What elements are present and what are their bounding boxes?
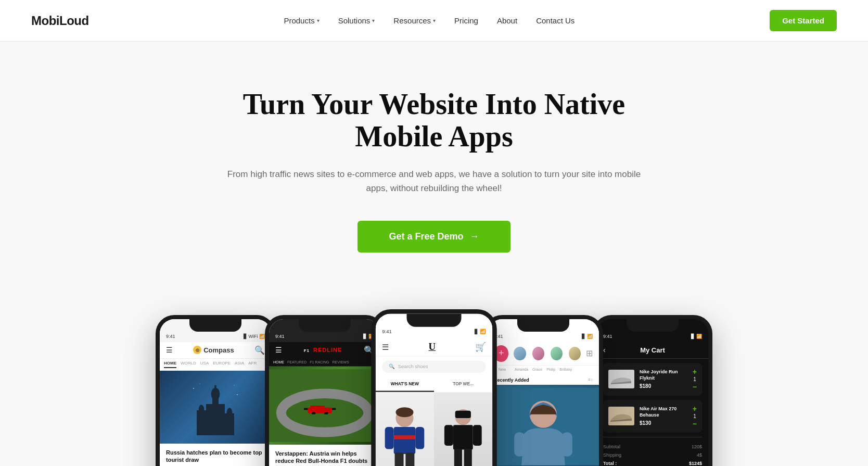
brand-logo[interactable]: MobiLoud <box>31 14 89 28</box>
hero-section: Turn Your Website Into Native Mobile App… <box>0 42 868 284</box>
cart-item-price-1: $180 <box>640 383 687 389</box>
shipping-row: Shipping 4$ <box>603 451 702 459</box>
article-image <box>160 371 271 444</box>
svg-rect-16 <box>304 408 308 410</box>
hero-subtitle: From high traffic news sites to e-commer… <box>226 167 642 195</box>
svg-rect-32 <box>453 425 473 449</box>
menu-icon: ☰ <box>166 346 173 354</box>
search-icon: 🔍 <box>389 364 395 370</box>
phone-notch <box>299 319 351 332</box>
nav-asia: ASIA <box>235 361 244 368</box>
app-subnav: HOME FEATURED F1 RACING REVIEWS <box>269 358 380 367</box>
cart-item-1: Nike Joyride Run Flyknit $180 + 1 − <box>603 363 702 396</box>
nav-item-contact[interactable]: Contact Us <box>529 12 582 29</box>
shoe-1-icon <box>608 370 634 388</box>
nav-item-about[interactable]: About <box>490 12 525 29</box>
svg-rect-17 <box>332 408 336 410</box>
svg-point-9 <box>234 385 234 385</box>
product-image-left <box>376 392 434 466</box>
cart-item-qty-2: + 1 − <box>693 405 697 427</box>
svg-rect-0 <box>206 404 225 435</box>
product-item-right <box>434 392 492 466</box>
phone-screen-5: 9:41 ▊ 📶 ‹ My Cart Nike Joyr <box>597 319 708 466</box>
get-started-button[interactable]: Get Started <box>770 10 837 31</box>
category-tabs: WHAT'S NEW TOP WE... <box>376 377 493 392</box>
cart-item-image-1 <box>608 370 634 388</box>
cart-item-image-2 <box>608 407 634 425</box>
qty-value-2: 1 <box>693 413 696 419</box>
nav-item-pricing[interactable]: Pricing <box>447 12 486 29</box>
cat-top: TOP WE... <box>434 377 492 392</box>
cart-title: My Cart <box>640 346 665 354</box>
phone-notch <box>189 319 241 332</box>
subnav-reviews: REVIEWS <box>333 360 349 364</box>
nav-item-products[interactable]: Products ▾ <box>276 12 326 29</box>
subnav-f1: F1 RACING <box>310 360 329 364</box>
nav-europe: EUROPE <box>213 361 231 368</box>
app-logo: U <box>429 341 436 352</box>
svg-rect-23 <box>394 435 416 439</box>
f1-track-icon <box>269 367 380 445</box>
qty-value-1: 1 <box>693 376 696 382</box>
divider <box>603 437 702 437</box>
menu-icon: ☰ <box>382 342 389 351</box>
cart-item-2: Nike Air Max 270 Behause $130 + 1 − <box>603 400 702 433</box>
svg-point-5 <box>199 405 205 414</box>
svg-point-21 <box>396 407 414 417</box>
arrow-icon: → <box>470 231 479 242</box>
subnav-featured: FEATURED <box>287 360 307 364</box>
cart-item-name-2: Nike Air Max 270 Behause <box>640 406 687 418</box>
phones-showcase: 9:41 ▊ WiFi 📶 ☰ ◎ Compass 🔍 HOME WORLD U… <box>0 284 868 466</box>
cart-item-price-2: $130 <box>640 420 687 426</box>
phone-mockup-1: 9:41 ▊ WiFi 📶 ☰ ◎ Compass 🔍 HOME WORLD U… <box>156 315 275 466</box>
phone-screen-3: 9:41 ▊ 📶 ☰ U 🛒 🔍 Search shoes WHAT'S NEW… <box>376 313 493 466</box>
nav-item-solutions[interactable]: Solutions ▾ <box>331 12 382 29</box>
navbar: MobiLoud Products ▾ Solutions ▾ Resource… <box>0 0 868 42</box>
person-silhouette-2-icon <box>437 403 490 466</box>
phone-screen-2: 9:41 ▊ 📶 ☰ F1 REDLINE 🔍 HOME FEATURED F1… <box>269 319 380 466</box>
article-headline: Verstappen: Austria win helps reduce Red… <box>275 450 374 465</box>
avatar-grace <box>531 346 545 361</box>
signal-icon: ▊ 📶 <box>691 334 702 339</box>
svg-rect-35 <box>454 448 462 466</box>
nav-item-resources[interactable]: Resources ▾ <box>386 12 443 29</box>
nav-usa: USA <box>200 361 209 368</box>
svg-point-8 <box>193 388 194 389</box>
demo-button[interactable]: Get a Free Demo → <box>358 221 510 253</box>
chevron-down-icon: ▾ <box>372 18 375 23</box>
svg-rect-24 <box>385 427 394 449</box>
phone-screen-1: 9:41 ▊ WiFi 📶 ☰ ◎ Compass 🔍 HOME WORLD U… <box>160 319 271 466</box>
svg-rect-18 <box>312 412 315 414</box>
cart-item-info-1: Nike Joyride Run Flyknit $180 <box>640 369 687 389</box>
back-icon: ‹ <box>603 346 606 354</box>
cart-item-qty-1: + 1 − <box>693 368 697 391</box>
subnav-home: HOME <box>273 360 284 364</box>
cart-totals: Subtotal 120$ Shipping 4$ Total : $124$ <box>597 439 708 466</box>
qty-increase-icon: + <box>693 405 697 412</box>
search-icon: 🔍 <box>254 345 265 355</box>
hero-title: Turn Your Website Into Native Mobile App… <box>200 89 668 153</box>
cat-whats-new: WHAT'S NEW <box>376 377 434 392</box>
svg-rect-26 <box>395 452 404 466</box>
svg-rect-34 <box>473 425 482 446</box>
person-silhouette-icon <box>378 403 431 466</box>
qty-decrease-icon: − <box>693 383 697 391</box>
avatar-philip <box>550 346 564 361</box>
phone-mockup-3: 9:41 ▊ 📶 ☰ U 🛒 🔍 Search shoes WHAT'S NEW… <box>371 309 497 466</box>
svg-point-10 <box>199 383 200 384</box>
signal-icon: ▊ 📶 <box>475 329 486 334</box>
svg-rect-42 <box>561 432 572 457</box>
recently-added-header: Recently Added ≡↕ <box>488 373 599 385</box>
contact-names: New Amanda Grace Philip Brittany <box>488 366 599 373</box>
product-item-left <box>376 392 434 466</box>
cart-item-info-2: Nike Air Max 270 Behause $130 <box>640 406 687 426</box>
phone-mockup-4: 9:41 ▊ 📶 + ⊞ New Amanda Grace Philip Bri… <box>483 315 603 466</box>
svg-rect-27 <box>406 452 415 466</box>
app-header: ☰ ◎ Compass 🔍 <box>160 342 271 359</box>
app-nav: HOME WORLD USA EUROPE ASIA AFR <box>160 359 271 371</box>
search-bar: 🔍 Search shoes <box>382 360 486 372</box>
cart-item-name-1: Nike Joyride Run Flyknit <box>640 369 687 381</box>
featured-contact-image <box>488 385 599 466</box>
nav-menu: Products ▾ Solutions ▾ Resources ▾ Prici… <box>276 12 582 29</box>
qty-increase-icon: + <box>693 368 697 375</box>
